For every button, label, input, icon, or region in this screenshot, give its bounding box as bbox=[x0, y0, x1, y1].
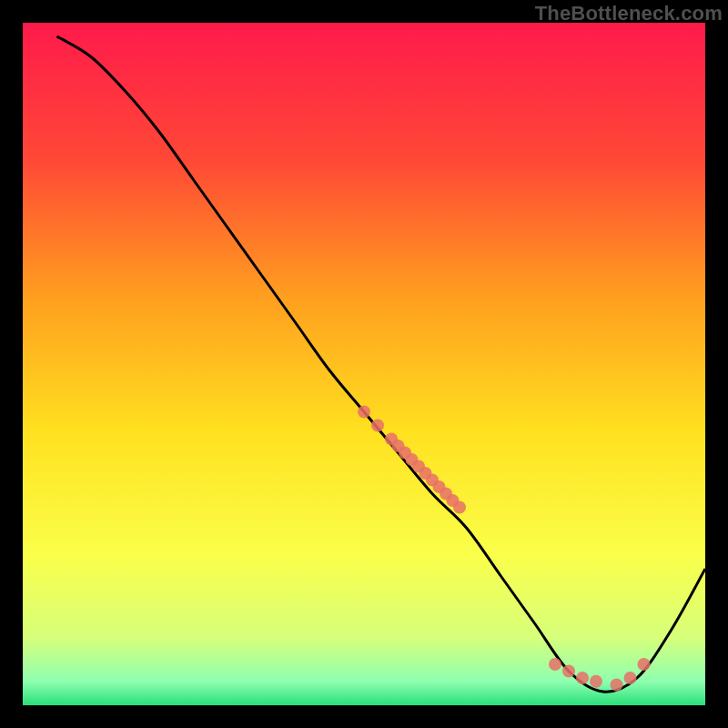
marker-point bbox=[611, 679, 623, 692]
marker-point bbox=[590, 675, 602, 688]
marker-point bbox=[371, 420, 384, 432]
gradient-background bbox=[23, 23, 705, 705]
plot-area bbox=[23, 23, 705, 705]
marker-point bbox=[638, 658, 651, 671]
chart-svg bbox=[23, 23, 705, 705]
marker-point bbox=[576, 672, 589, 684]
chart-stage: TheBottleneck.com bbox=[0, 0, 728, 728]
marker-point bbox=[453, 501, 466, 514]
marker-point bbox=[624, 672, 637, 684]
marker-point bbox=[549, 658, 561, 671]
marker-point bbox=[562, 665, 575, 678]
marker-point bbox=[358, 406, 370, 419]
